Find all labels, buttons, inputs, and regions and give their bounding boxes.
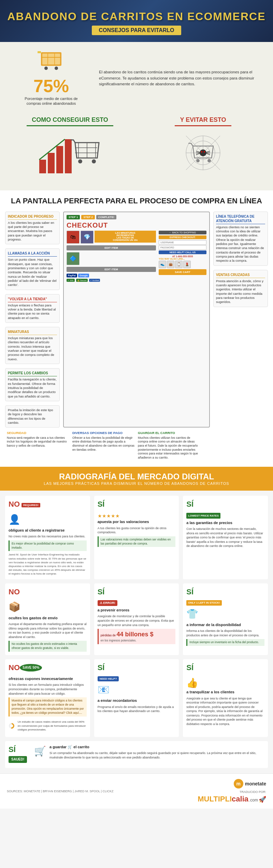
llamadas-annotation: LLAMADAS A LA ACCIÓN Son un punto clave.… (5, 248, 60, 290)
card-highlight-5: pérdidas de 44 billones $en los ingresos… (98, 629, 176, 644)
card-title-4: ocultes los gastos de envío (9, 616, 87, 621)
header-title: ABANDONO DE CARRITOS EN ECOMMERCE (7, 10, 266, 23)
card-title-10: a guardar 🛒 el carrito (49, 744, 264, 750)
card-title-2: apuesta por las valoraciones (98, 519, 176, 524)
ventas-text: Presta atención a donde, cómo y cuando a… (216, 279, 265, 304)
evitar-label: Y EVITAR ESTO (175, 115, 231, 126)
svg-point-36 (201, 151, 202, 153)
checkout-right-col: ← BACK TO SHOPPING EXPRESS CHECKOUT: NEE… (159, 231, 206, 282)
permite-annotation: PERMITE LOS CAMBIOS Facilita la navegaci… (5, 368, 60, 401)
card-si-recordatorios: SÍ NEED HELP? 📧 a enviar recordatorios P… (94, 659, 179, 737)
phone-number: AT 1-800-555-5555 (159, 255, 206, 258)
sources-text: MONETATE | BRYAN EISENBERG | JARED M. SP… (24, 790, 114, 793)
security-row: ✓ SSL 🔒 Secure ✓ Verified (67, 279, 156, 282)
badge-si-2: SÍ (186, 499, 193, 510)
required-badge: REQUIRED! (21, 503, 40, 507)
ventas-title: VENTAS CRUZADAS (216, 273, 265, 278)
como-conseguir-image (7, 129, 133, 184)
card-icon-10: 🛒 (34, 744, 46, 758)
svg-point-37 (204, 151, 205, 153)
back-to-shopping-btn[interactable]: ← BACK TO SHOPPING (159, 231, 206, 234)
linea-text: Algunos clientes no se sienten cómodos c… (216, 225, 265, 263)
stats-description: El abandono de los carritos continúa sie… (99, 69, 259, 87)
volver-title: "VOLVER A LA TIENDA" (8, 297, 57, 302)
card-extra-7: Un estudio de casos reales observó una c… (18, 720, 87, 732)
card-title-1: obligues al cliente a registrarse (9, 528, 87, 533)
percent-stat: 75% (33, 76, 69, 96)
badge-si-6: SÍ (186, 663, 193, 673)
card-icon-8: 📧 (98, 683, 176, 696)
paypal-button[interactable]: PayPal (67, 274, 77, 277)
checkout-grid: INDICADOR DE PROGRESO A los clientes les… (5, 212, 268, 428)
card-text-4: Aunque el departamento de marketing pref… (9, 622, 87, 639)
complete-badge: COMPLETE! (96, 215, 116, 219)
card-highlight-1: Es mejor ofrecer la posibilidad de compr… (9, 540, 87, 551)
left-annotations: INDICADOR DE PROGRESO A los clientes les… (5, 212, 60, 428)
need-help-badge: NEED HELP? (98, 676, 119, 681)
percent-label: Porcentaje medio de carritos de compras … (20, 96, 82, 106)
diversas-text: Ofrecer a tus clientes la posibilidad de… (72, 436, 135, 452)
footer-sources: SOURCES: MONETATE | BRYAN EISENBERG | JA… (7, 790, 114, 793)
only-left-badge: ONLY 1 LEFT IN STOCK! (186, 600, 221, 605)
product-thumb-3: 🔷 (67, 252, 80, 265)
permite-text: Facilita la navegación a tu cliente, es … (8, 377, 57, 399)
card-text-9: Asegúrate a que sea tu cliente el que te… (186, 696, 264, 726)
diversas-title: DIVERSAS OPCIONES DE PAGO (72, 431, 135, 435)
error-badge: ⚠ ERROR! (98, 600, 117, 606)
password-field[interactable] (159, 245, 206, 250)
card-highlight-2: Las valoraciones más completas deben ser… (98, 536, 176, 547)
product-thumb-2: 💎 (81, 231, 94, 244)
evitar-box: Y EVITAR ESTO (140, 115, 266, 184)
indicador-annotation: INDICADOR DE PROGRESO A los clientes les… (5, 212, 60, 245)
edit-item-button[interactable]: EDIT ITEM (67, 245, 156, 250)
card-title-8: a enviar recordatorios (98, 698, 176, 703)
suggested-1: 👟 (159, 261, 166, 268)
cart-emoji: 🛒 (68, 745, 73, 749)
como-conseguir-box: COMO CONSEGUIR ESTO (7, 115, 133, 184)
checkout-left-col: 🛍 💎 LAS MINIATURASINCREMENTANLAS TASAS D… (67, 231, 156, 282)
step1-badge: STEP 1 (67, 215, 80, 219)
username-field[interactable] (159, 240, 206, 245)
svg-point-14 (92, 159, 96, 163)
card-highlight-5-text: pérdidas de 44 billones $en los ingresos… (101, 634, 154, 642)
svg-point-5 (44, 67, 48, 70)
svg-rect-12 (65, 139, 72, 173)
suggested-4: 💄 (183, 261, 191, 268)
badge-no-1: NO (9, 499, 20, 510)
card-si-guardar: SÍ SAUED! 🛒 a guardar 🛒 el carrito Si un… (5, 741, 268, 768)
checkout-mockup: STEP 1 STEP 2 COMPLETE! CHECKOUT 🛍 💎 LAS… (63, 212, 210, 428)
sources-label: SOURCES: (7, 790, 23, 793)
badge-si-3: SÍ (98, 587, 105, 597)
save-cart-button[interactable]: SAVE CART (159, 269, 206, 275)
security-badge-3: ✓ Verified (89, 279, 100, 282)
card-extra-1: Jared M. Spool de User Interface Enginee… (9, 553, 87, 576)
mercado-section: NO REQUIRED! 👤 obligues al cliente a reg… (0, 491, 273, 773)
price-tag: LOWEST PRICE RATES (186, 513, 220, 519)
traducido-por-label: TRADUCIDO POR: (198, 790, 266, 794)
save-badge: SAVE 50% (20, 664, 42, 671)
step2-badge: STEP 2 (81, 215, 95, 219)
payment-row: PayPal Google (67, 274, 156, 277)
pantalla-heading-section: LA PANTALLA PERFECTA PARA EL PROCESO DE … (0, 190, 273, 208)
card-text-3: Con la saturación de muchos sectores de … (186, 527, 264, 548)
thumbnail-row: 🛍 💎 LAS MINIATURASINCREMENTANLAS TASAS D… (67, 231, 156, 244)
edit-item-button-2[interactable]: EDIT ITEM (67, 267, 156, 272)
express-checkout-label: EXPRESS CHECKOUT: (159, 235, 206, 239)
card-si-disponibilidad: SÍ ONLY 1 LEFT IN STOCK! 👕 a informar de… (183, 583, 268, 655)
card-text-6: Informa a tus clientes de la disponibili… (186, 629, 264, 637)
need-help-label: NEED HELP? CALL US (159, 250, 206, 254)
indicador-title: INDICADOR DE PROGRESO (8, 214, 57, 220)
suggested-3: ⌚ (175, 261, 183, 268)
como-evitar-section: COMO CONSEGUIR ESTO (0, 115, 273, 190)
google-button[interactable]: Google (78, 274, 89, 277)
miniaturas-title: MINIATURAS (8, 330, 57, 335)
stars-icon: ★★★★★ (98, 513, 176, 520)
footer: SOURCES: MONETATE | BRYAN EISENBERG | JA… (0, 773, 273, 809)
svg-point-27 (196, 159, 200, 162)
card-text-1: No crees más pasos de los necesarios par… (9, 534, 87, 539)
card-no-cupones: NO SAVE 50% ofrezcas cupones innecesaria… (5, 659, 90, 737)
card-icon-1: 👤 (9, 513, 87, 526)
security-badge-2: 🔒 Secure (76, 279, 88, 282)
multiplicalia-calia: calia (232, 795, 248, 803)
card-no-envio: NO 📦 ocultes los gastos de envío Aunque … (5, 583, 90, 655)
